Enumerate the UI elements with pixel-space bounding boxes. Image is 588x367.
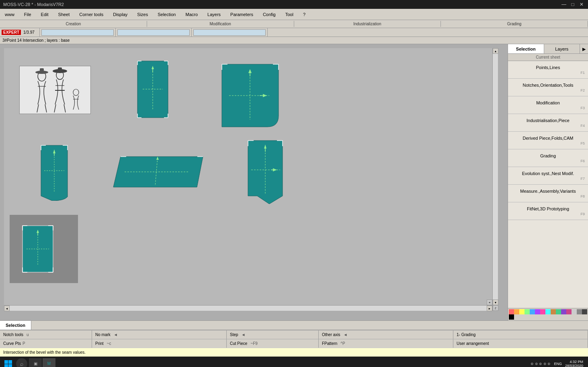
section-industrialization: Industrialization xyxy=(294,21,441,27)
swatch-1[interactable] xyxy=(509,309,514,314)
rpi-evolution[interactable]: Evolution syst.,Nest Modif. F7 xyxy=(508,167,588,185)
panel-sub-header: Current sheet xyxy=(508,54,588,61)
swatch-5[interactable] xyxy=(530,309,535,314)
rpi-measure-key: F8 xyxy=(511,194,585,198)
scroll-track-h[interactable] xyxy=(10,306,487,311)
menu-selection[interactable]: Selection xyxy=(153,10,180,18)
vertical-scrollbar[interactable]: ▲ ▼ Z xyxy=(492,48,498,311)
menu-www[interactable]: www xyxy=(0,10,19,18)
swatch-8[interactable] xyxy=(545,309,551,314)
pattern-piece-4[interactable] xyxy=(40,145,68,201)
z-indicator: Z xyxy=(493,305,498,311)
toolbar-field-3[interactable] xyxy=(193,29,266,36)
window-controls[interactable]: — □ ✕ xyxy=(561,1,585,8)
bstatus-no-mark[interactable]: No mark ◄ xyxy=(92,330,227,339)
close-button[interactable]: ✕ xyxy=(578,1,585,8)
menu-corner-tools[interactable]: Corner tools xyxy=(74,10,108,18)
bstatus-cut-piece[interactable]: Cut Piece ~F9 xyxy=(227,339,319,348)
rpi-derived-piece[interactable]: Derived Piece,Folds,CAM F5 xyxy=(508,132,588,149)
pattern-piece-7-container[interactable] xyxy=(10,215,78,283)
menu-display[interactable]: Display xyxy=(108,10,132,18)
panel-collapse-handle[interactable]: ≡ xyxy=(487,300,492,305)
pattern-piece-2[interactable] xyxy=(137,60,169,118)
swatch-6[interactable] xyxy=(535,309,540,314)
svg-rect-69 xyxy=(4,364,8,367)
swatch-16[interactable] xyxy=(509,314,514,320)
tab-selection[interactable]: Selection xyxy=(508,44,544,53)
taskbar-modaris-icon[interactable]: M xyxy=(43,358,55,367)
swatch-14[interactable] xyxy=(577,309,582,314)
swatch-2[interactable] xyxy=(514,309,519,314)
title-bar: MOSS-VC-28 * - ModarisV7R2 — □ ✕ xyxy=(0,0,588,9)
toolbar-field-2[interactable] xyxy=(117,29,190,36)
status-bar: 3#Point 14 Intersection ; layers : base xyxy=(0,37,588,44)
pattern-piece-5[interactable] xyxy=(113,156,205,188)
tab-selection-bottom[interactable]: Selection xyxy=(0,321,31,330)
expand-icon[interactable]: ▶ xyxy=(580,44,588,53)
rpi-points-lines-label: Points,Lines xyxy=(511,65,585,70)
pattern-piece-6[interactable] xyxy=(247,140,283,204)
maximize-button[interactable]: □ xyxy=(570,1,576,8)
menu-edit[interactable]: Edit xyxy=(36,10,53,18)
reference-image[interactable] xyxy=(19,66,91,114)
taskbar-search[interactable]: ⌕ xyxy=(16,358,27,367)
menu-tool[interactable]: Tool xyxy=(281,10,298,18)
rpi-notches[interactable]: Notches,Orientation,Tools F2 xyxy=(508,79,588,96)
rpi-modification[interactable]: Modification F3 xyxy=(508,96,588,114)
bstatus-fpattern[interactable]: FPattern ^P xyxy=(319,339,453,348)
swatch-3[interactable] xyxy=(519,309,524,314)
swatch-13[interactable] xyxy=(572,309,577,314)
scroll-down-button[interactable]: ▼ xyxy=(493,300,498,305)
rpi-industrialisation[interactable]: Industrialisation,Piece F4 xyxy=(508,114,588,132)
scroll-right-button[interactable]: ► xyxy=(487,306,492,311)
print-label: Print xyxy=(95,341,104,346)
menu-parameters[interactable]: Parameters xyxy=(225,10,258,18)
swatch-10[interactable] xyxy=(556,309,561,314)
bstatus-curve-pts[interactable]: Curve Pts P xyxy=(0,339,92,348)
bstatus-step[interactable]: Step ◄ xyxy=(227,330,319,339)
rpi-fitnet[interactable]: FitNet,3D Prototyping F9 xyxy=(508,202,588,220)
taskbar-app-icon[interactable]: ▣ xyxy=(29,358,42,367)
rpi-points-lines[interactable]: Points,Lines F1 xyxy=(508,61,588,79)
menu-layers[interactable]: Layers xyxy=(203,10,225,18)
pattern-piece-3[interactable] xyxy=(221,63,279,128)
date-display: 28/03/2020 xyxy=(565,364,583,367)
pattern-piece-7[interactable] xyxy=(22,225,54,273)
toolbar-field-1[interactable] xyxy=(41,29,114,36)
scroll-left-button[interactable]: ◄ xyxy=(4,306,10,311)
swatch-12[interactable] xyxy=(566,309,572,314)
bstatus-user-arrangement[interactable]: User arrangement xyxy=(453,339,588,348)
menu-sizes[interactable]: Sizes xyxy=(132,10,153,18)
scroll-track-v[interactable] xyxy=(493,54,498,300)
rpi-modification-label: Modification xyxy=(511,100,585,105)
menu-help[interactable]: ? xyxy=(298,10,310,18)
tab-layers[interactable]: Layers xyxy=(544,44,580,53)
rpi-grading[interactable]: Grading F6 xyxy=(508,149,588,167)
start-button[interactable] xyxy=(2,358,14,367)
menu-config[interactable]: Config xyxy=(258,10,281,18)
swatch-15[interactable] xyxy=(582,309,587,314)
horizontal-scrollbar[interactable]: ◄ ► xyxy=(4,305,492,311)
scroll-up-button[interactable]: ▲ xyxy=(493,48,498,54)
bstatus-grading[interactable]: 1- Grading xyxy=(453,330,588,339)
taskbar: ⌕ ▣ M ⊕ ⊕ ⊕ ⊕ ⊕ ENG 4:32 PM 28/03/2020 xyxy=(0,357,588,367)
bstatus-notch-tools[interactable]: Notch tools u xyxy=(0,330,92,339)
menu-file[interactable]: File xyxy=(19,10,36,18)
rpi-derived-piece-label: Derived Piece,Folds,CAM xyxy=(511,136,585,141)
minimize-button[interactable]: — xyxy=(561,1,567,8)
swatch-4[interactable] xyxy=(524,309,530,314)
swatch-11[interactable] xyxy=(561,309,566,314)
menu-macro[interactable]: Macro xyxy=(180,10,203,18)
swatch-7[interactable] xyxy=(540,309,545,314)
canvas-workspace[interactable]: ▲ ▼ Z ◄ ► ≡ xyxy=(0,44,508,320)
bottom-status-bar-1: Notch tools u No mark ◄ Step ◄ Other axi… xyxy=(0,330,588,339)
tray-icons[interactable]: ⊕ ⊕ ⊕ ⊕ ⊕ xyxy=(531,362,551,366)
right-panel: Selection Layers ▶ Current sheet Points,… xyxy=(508,44,588,320)
bstatus-other-axis[interactable]: Other axis ◄ xyxy=(319,330,453,339)
menu-sheet[interactable]: Sheet xyxy=(53,10,75,18)
status-message-bar: Intersection of the bevel with the seam … xyxy=(0,348,588,357)
swatch-9[interactable] xyxy=(551,309,556,314)
rpi-measure[interactable]: Measure.,Assembly,Variants F8 xyxy=(508,185,588,202)
bstatus-print[interactable]: Print ~c xyxy=(92,339,227,348)
no-mark-label: No mark xyxy=(95,332,111,337)
